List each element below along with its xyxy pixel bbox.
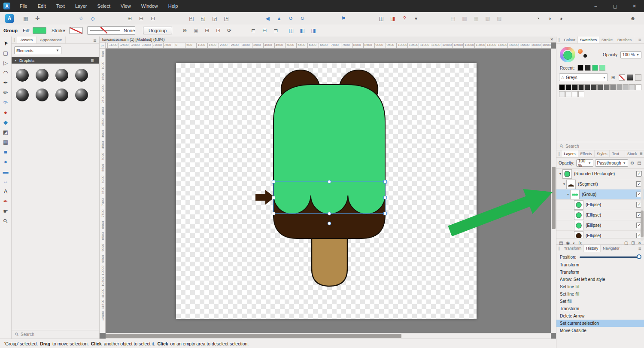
enable-snapping-toggle[interactable]: ◎ <box>191 26 200 35</box>
history-slider-knob[interactable] <box>637 254 641 259</box>
horizontal-scrollbar[interactable] <box>106 333 551 339</box>
panel-menu-icon[interactable]: ≣ <box>638 38 641 42</box>
canvas-viewport[interactable] <box>106 49 551 333</box>
history-item[interactable]: Move Outside <box>556 327 644 334</box>
move-tool[interactable]: ➤ <box>0 38 11 48</box>
droplet-asset[interactable] <box>75 69 88 82</box>
grey-swatch[interactable] <box>565 84 571 90</box>
affinity-home-button[interactable]: A <box>5 14 14 23</box>
selection-handle[interactable] <box>272 212 275 215</box>
ellipse-tool[interactable]: ● <box>0 157 11 166</box>
droplet-asset[interactable] <box>36 69 49 82</box>
rotate-cw-button[interactable]: ↻ <box>297 14 307 23</box>
layer-row[interactable]: (Ellipse)✓ <box>556 210 644 220</box>
droplet-asset[interactable] <box>16 69 29 82</box>
fill-colour-swatch[interactable] <box>33 27 46 34</box>
insert-inside-button[interactable]: ◨ <box>388 14 398 23</box>
tab-styles[interactable]: Styles <box>595 150 610 157</box>
transform-separately-toggle[interactable]: ⊡ <box>213 26 223 35</box>
layer-row[interactable]: ▼(Rounded Rectangle)✓ <box>556 169 644 179</box>
minimize-button[interactable]: – <box>586 0 605 12</box>
arrange-back-button[interactable]: ▤ <box>448 14 458 23</box>
layer-row[interactable]: (Ellipse)✓ <box>556 231 644 238</box>
duplicate-layer-icon[interactable]: ⊞ <box>631 241 635 245</box>
fill-tool[interactable]: ◆ <box>0 117 11 127</box>
stick-shape[interactable] <box>312 232 347 286</box>
grey-swatch[interactable] <box>604 84 610 90</box>
new-layer-icon[interactable]: ▢ <box>624 241 628 245</box>
tab-colour[interactable]: Colour <box>562 37 578 43</box>
history-item[interactable]: Transform <box>556 269 644 276</box>
tab-history[interactable]: History <box>584 245 601 252</box>
colour-swatch[interactable] <box>599 65 605 71</box>
colour-wheel[interactable] <box>560 47 575 62</box>
droplet-asset[interactable] <box>55 69 68 82</box>
grey-swatch[interactable] <box>597 84 603 90</box>
layer-expand-icon[interactable]: ▼ <box>558 172 562 175</box>
colour-swatch[interactable] <box>577 65 583 71</box>
node-tool[interactable]: ▷ <box>0 58 11 67</box>
history-item[interactable]: Transform <box>556 261 644 269</box>
layer-expand-icon[interactable]: ▼ <box>562 183 566 186</box>
layer-row[interactable]: (Ellipse)✓ <box>556 200 644 210</box>
view-mode-3-button[interactable]: ◕ <box>556 14 566 23</box>
view-mode-1-button[interactable]: ◔ <box>533 14 543 23</box>
transparency-tool[interactable]: ◩ <box>0 127 11 137</box>
menu-help[interactable]: Help <box>163 0 183 12</box>
arrange-group-button[interactable]: ▨ <box>494 14 504 23</box>
stroke-style-dropdown[interactable]: None <box>87 26 135 35</box>
snap-guides-button[interactable]: ⊡ <box>148 14 158 23</box>
layer-expand-icon[interactable]: ▼ <box>566 193 570 196</box>
gear-icon[interactable]: ⚙ <box>630 160 635 166</box>
arrange-front-button[interactable]: ▧ <box>483 14 493 23</box>
grey-swatch[interactable] <box>572 84 578 90</box>
history-item[interactable]: Set line fill <box>556 290 644 298</box>
history-item[interactable]: Transform <box>556 305 644 312</box>
grey-swatch[interactable] <box>559 91 565 97</box>
selection-handle[interactable] <box>272 180 275 183</box>
mask-layer-icon[interactable]: ▤ <box>559 241 563 245</box>
layers-scrollbar-thumb[interactable] <box>641 211 644 237</box>
tab-assets[interactable]: Assets <box>17 37 37 43</box>
history-item[interactable]: Arrow: Set left end style <box>556 276 644 283</box>
colour-swatch[interactable] <box>585 65 591 71</box>
selection-handle[interactable] <box>384 212 387 215</box>
grey-swatch[interactable] <box>578 91 584 97</box>
grey-swatch[interactable] <box>617 84 623 90</box>
menu-file[interactable]: File <box>15 0 33 12</box>
insert-behind-button[interactable]: ◫ <box>376 14 386 23</box>
crop-tool[interactable]: ▦ <box>0 137 11 147</box>
lock-children-toggle[interactable]: ⊞ <box>202 26 212 35</box>
flip-horizontal-button[interactable]: ◀ <box>262 14 273 23</box>
layer-visibility-checkbox[interactable]: ✓ <box>636 171 642 177</box>
lock-icon[interactable]: ▤ <box>637 160 642 166</box>
transform-origin-toggle[interactable]: ⊕ <box>180 26 189 35</box>
selection-handle[interactable] <box>328 212 331 215</box>
arrange-backward-button[interactable]: ▥ <box>459 14 470 23</box>
paint-brush-tool[interactable]: ● <box>0 107 11 117</box>
opacity-select[interactable]: 100 % ▼ <box>620 51 641 58</box>
vector-brush-tool[interactable]: ✑ <box>0 98 11 107</box>
droplet-asset[interactable] <box>36 89 49 101</box>
menu-layer[interactable]: Layer <box>70 0 92 12</box>
selection-handle[interactable] <box>272 196 275 199</box>
cycle-selection-box-button[interactable]: ⟳ <box>225 26 234 35</box>
asset-category-select[interactable]: Elements ▼ <box>14 46 61 54</box>
ungroup-button[interactable]: Ungroup <box>143 27 172 34</box>
menu-window[interactable]: Window <box>136 0 163 12</box>
rounded-rectangle-tool[interactable]: ▬ <box>0 167 11 176</box>
stroke-colour-dot[interactable] <box>583 54 587 58</box>
grey-swatch[interactable] <box>572 91 578 97</box>
colour-swatch[interactable] <box>592 65 598 71</box>
artistic-text-tool[interactable]: A <box>0 186 11 196</box>
grey-swatch[interactable] <box>623 84 629 90</box>
layer-row[interactable]: ▼(Segment)✓ <box>556 179 644 189</box>
flat-swatch[interactable] <box>635 74 641 81</box>
assistant-dropdown[interactable]: ▾ <box>411 14 421 23</box>
tab-appearance[interactable]: Appearance <box>36 37 66 43</box>
space-vertically-button[interactable]: ◧ <box>298 26 307 35</box>
tab-transform[interactable]: Transform <box>562 245 584 252</box>
tab-swatches[interactable]: Swatches <box>578 37 599 43</box>
grey-swatch[interactable] <box>635 84 641 90</box>
ice-cream-body-shape[interactable] <box>273 85 385 214</box>
